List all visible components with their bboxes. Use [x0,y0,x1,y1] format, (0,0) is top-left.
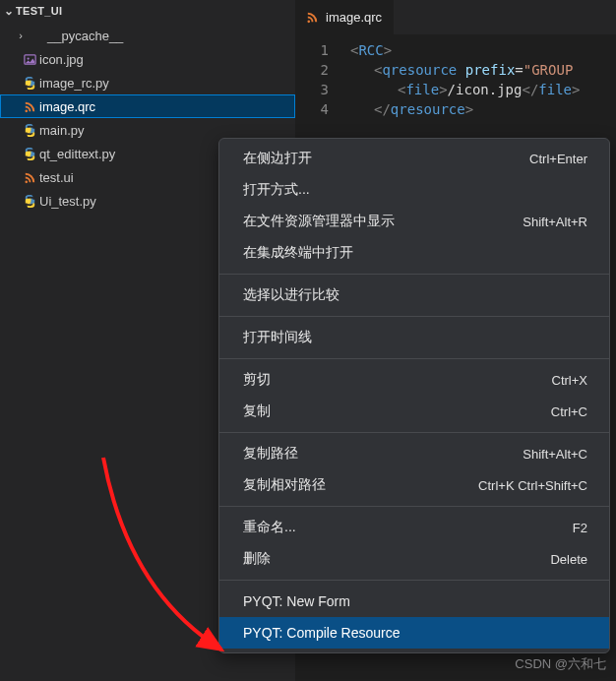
menu-item-label: PYQT: Compile Resource [243,625,400,641]
menu-item-shortcut: Ctrl+C [551,404,587,419]
menu-item-label: 删除 [243,550,271,568]
menu-separator [219,358,609,359]
python-icon [20,147,39,161]
menu-separator [219,432,609,433]
file-item[interactable]: image.qrc [0,94,295,118]
code-text: <RCC> [350,42,392,58]
code-text: <file>/icon.jpg</file> [350,82,580,97]
menu-item-label: 在文件资源管理器中显示 [243,213,395,230]
section-title: TEST_UI [16,5,62,17]
menu-item-shortcut: Ctrl+K Ctrl+Shift+C [478,478,587,493]
line-number: 4 [295,101,350,117]
menu-item-label: 重命名... [243,519,296,536]
file-label: image_rc.py [39,76,109,91]
menu-separator [219,580,609,581]
menu-item-label: 打开方式... [243,181,310,199]
watermark: CSDN @六和七 [515,655,606,673]
menu-item-shortcut: Shift+Alt+C [523,447,587,462]
rss-icon [20,170,39,185]
chevron-right-icon: › [14,30,28,41]
file-label: Ui_test.py [39,194,96,209]
line-number: 2 [295,62,350,78]
python-icon [20,123,39,138]
menu-item[interactable]: 删除Delete [219,543,609,575]
file-label: __pycache__ [47,29,123,43]
menu-item-label: 复制相对路径 [243,476,326,494]
chevron-down-icon: ⌄ [2,4,16,18]
rss-icon [305,10,320,25]
folder-item[interactable]: ›__pycache__ [0,24,295,47]
menu-item[interactable]: 剪切Ctrl+X [219,364,609,396]
python-icon [20,76,39,91]
menu-separator [219,506,609,507]
menu-item[interactable]: PYQT: New Form [219,586,609,617]
menu-item-label: 打开时间线 [243,329,312,346]
explorer-section-header[interactable]: ⌄ TEST_UI [0,0,295,22]
tab-label: image.qrc [326,10,382,25]
file-item[interactable]: image_rc.py [0,71,295,94]
menu-item[interactable]: 打开时间线 [219,322,609,353]
menu-separator [219,316,609,317]
menu-item-label: 复制路径 [243,445,298,463]
menu-item-label: 在侧边打开 [243,150,312,167]
menu-item[interactable]: 打开方式... [219,174,609,206]
editor-tab[interactable]: image.qrc [295,0,395,34]
file-label: image.qrc [39,99,95,114]
menu-item-label: 选择以进行比较 [243,286,339,304]
menu-item-shortcut: Shift+Alt+R [523,215,587,229]
file-item[interactable]: icon.jpg [0,47,295,71]
menu-item-label: 复制 [243,402,271,420]
python-icon [20,194,39,209]
menu-item-shortcut: Delete [550,552,587,567]
file-label: main.py [39,123,85,138]
image-icon [20,52,39,67]
line-number: 1 [295,42,350,58]
menu-item-label: PYQT: New Form [243,593,350,609]
menu-item[interactable]: 复制相对路径Ctrl+K Ctrl+Shift+C [219,469,609,501]
line-number: 3 [295,82,350,97]
file-label: icon.jpg [39,52,84,67]
menu-separator [219,274,609,275]
code-text: </qresource> [350,101,473,117]
menu-item[interactable]: 复制Ctrl+C [219,396,609,427]
menu-item-shortcut: Ctrl+Enter [529,152,587,166]
code-editor[interactable]: 1 <RCC> 2 <qresource prefix="GROUP 3 <fi… [295,34,616,119]
svg-point-1 [27,57,29,59]
menu-item[interactable]: 在集成终端中打开 [219,237,609,269]
menu-item[interactable]: 在侧边打开Ctrl+Enter [219,143,609,174]
menu-item[interactable]: 复制路径Shift+Alt+C [219,438,609,469]
menu-item[interactable]: 重命名...F2 [219,512,609,543]
file-label: qt_edittext.py [39,147,115,161]
file-label: test.ui [39,170,74,185]
menu-item-shortcut: Ctrl+X [552,373,587,388]
menu-item[interactable]: 选择以进行比较 [219,279,609,311]
menu-item-shortcut: F2 [573,521,587,535]
rss-icon [20,99,39,114]
menu-item[interactable]: PYQT: Compile Resource [219,617,609,649]
code-text: <qresource prefix="GROUP [350,62,573,78]
menu-item-label: 剪切 [243,371,271,389]
menu-item[interactable]: 在文件资源管理器中显示Shift+Alt+R [219,206,609,237]
tab-bar: image.qrc [295,0,616,34]
menu-item-label: 在集成终端中打开 [243,244,353,262]
context-menu: 在侧边打开Ctrl+Enter打开方式...在文件资源管理器中显示Shift+A… [218,138,610,653]
